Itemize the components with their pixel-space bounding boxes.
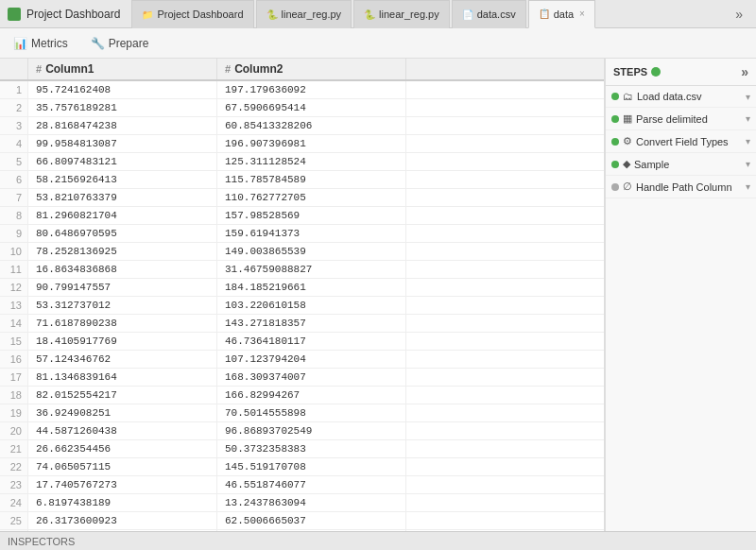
table-row: 658.2156926413115.785784589 <box>0 171 604 189</box>
cell-col1[interactable]: 99.9584813087 <box>28 135 217 152</box>
cell-col2[interactable]: 103.220610158 <box>217 297 406 314</box>
row-number: 16 <box>0 351 28 368</box>
step-icon-0: 🗂 <box>623 91 633 102</box>
step-arrow-4[interactable]: ▾ <box>746 181 750 192</box>
tab-label-tab-lr1: linear_reg.py <box>282 9 342 20</box>
cell-col2[interactable]: 143.271818357 <box>217 315 406 332</box>
step-item-0[interactable]: 🗂Load data.csv▾ <box>606 86 756 108</box>
table-row: 566.8097483121125.311128524 <box>0 153 604 171</box>
cell-col2[interactable]: 96.86893702549 <box>217 422 406 439</box>
step-status-2 <box>611 138 619 146</box>
table-header: # Column1 # Column2 <box>0 59 604 81</box>
tab-icon-tab-proj: 📁 <box>142 9 153 20</box>
prepare-icon: 🔧 <box>91 37 105 50</box>
tab-tab-lr2[interactable]: 🐍linear_reg.py <box>353 0 450 28</box>
cell-col1[interactable]: 26.662354456 <box>28 440 217 457</box>
cell-col1[interactable]: 82.8041190512 <box>28 530 217 531</box>
step-icon-2: ⚙ <box>623 135 632 147</box>
step-item-4[interactable]: ∅Handle Path Column▾ <box>606 176 756 198</box>
cell-col2[interactable]: 60.85413328206 <box>217 117 406 134</box>
cell-col1[interactable]: 82.0152554217 <box>28 387 217 404</box>
cell-col1[interactable]: 58.2156926413 <box>28 171 217 188</box>
cell-col2[interactable]: 107.123794204 <box>217 351 406 368</box>
steps-expand-button[interactable]: » <box>741 64 748 79</box>
step-item-1[interactable]: ▦Parse delimited▾ <box>606 108 756 130</box>
row-number: 19 <box>0 404 28 421</box>
cell-col1[interactable]: 53.312737012 <box>28 297 217 314</box>
step-arrow-3[interactable]: ▾ <box>746 159 750 169</box>
cell-col2[interactable]: 125.311128524 <box>217 153 406 170</box>
cell-col2[interactable]: 166.82994267 <box>217 387 406 404</box>
cell-col1[interactable]: 78.2528136925 <box>28 243 217 260</box>
cell-col2[interactable]: 31.46759088827 <box>217 261 406 278</box>
cell-col2[interactable]: 46.7364180117 <box>217 333 406 350</box>
tab-tab-proj[interactable]: 📁Project Dashboard <box>131 0 253 28</box>
cell-col2[interactable]: 157.98528569 <box>217 207 406 224</box>
cell-col2[interactable]: 67.5906695414 <box>217 99 406 116</box>
cell-col1[interactable]: 74.065057115 <box>28 458 217 475</box>
cell-col1[interactable]: 26.3173600923 <box>28 512 217 529</box>
cell-col2[interactable]: 196.907396981 <box>217 135 406 152</box>
tab-tab-lr1[interactable]: 🐍linear_reg.py <box>256 0 352 28</box>
cell-col2[interactable]: 149.003865539 <box>217 243 406 260</box>
cell-col2[interactable]: 197.179636092 <box>217 81 406 98</box>
cell-col1[interactable]: 95.724162408 <box>28 81 217 98</box>
cell-col1[interactable]: 53.8210763379 <box>28 189 217 206</box>
cell-col1[interactable]: 36.924908251 <box>28 404 217 421</box>
cell-col1[interactable]: 81.2960821704 <box>28 207 217 224</box>
tab-tab-csv[interactable]: 📄data.csv <box>452 0 526 28</box>
cell-col2[interactable]: 159.916649576 <box>217 530 406 531</box>
cell-col1[interactable]: 6.8197438189 <box>28 494 217 511</box>
cell-col1[interactable]: 90.799147557 <box>28 279 217 296</box>
cell-col1[interactable]: 17.7405767273 <box>28 476 217 493</box>
cell-col2[interactable]: 115.785784589 <box>217 171 406 188</box>
cell-col2[interactable]: 168.309374007 <box>217 369 406 386</box>
table-row: 2274.065057115145.519170708 <box>0 458 604 476</box>
table-area: # Column1 # Column2 195.724162408197.179… <box>0 59 605 531</box>
cell-col2[interactable]: 145.519170708 <box>217 458 406 475</box>
collapse-button[interactable]: » <box>730 7 748 22</box>
step-item-3[interactable]: ◆Sample▾ <box>606 153 756 176</box>
tab-icon-tab-lr1: 🐍 <box>266 9 278 20</box>
cell-col2[interactable]: 50.3732358383 <box>217 440 406 457</box>
cell-col2[interactable]: 70.5014555898 <box>217 404 406 421</box>
row-number: 10 <box>0 243 28 260</box>
status-label: INSPECTORS <box>8 536 75 547</box>
cell-col1[interactable]: 18.4105917769 <box>28 333 217 350</box>
step-arrow-2[interactable]: ▾ <box>746 136 750 146</box>
row-num-header <box>0 59 28 79</box>
cell-col1[interactable]: 81.1346839164 <box>28 369 217 386</box>
tab-tab-data[interactable]: 📋data× <box>528 0 595 28</box>
col2-hash-icon: # <box>225 63 231 75</box>
column2-header: # Column2 <box>217 59 406 79</box>
cell-col2[interactable]: 159.61941373 <box>217 225 406 242</box>
step-icon-3: ◆ <box>623 158 630 170</box>
row-number: 12 <box>0 279 28 296</box>
cell-col1[interactable]: 57.124346762 <box>28 351 217 368</box>
cell-col1[interactable]: 35.7576189281 <box>28 99 217 116</box>
step-label-3: Sample <box>634 159 742 170</box>
metrics-button[interactable]: 📊 Metrics <box>9 35 72 52</box>
cell-col2[interactable]: 62.5006665037 <box>217 512 406 529</box>
step-arrow-0[interactable]: ▾ <box>746 92 750 102</box>
status-bar: INSPECTORS <box>0 531 756 550</box>
cell-col1[interactable]: 66.8097483121 <box>28 153 217 170</box>
cell-col1[interactable]: 80.6486970595 <box>28 225 217 242</box>
cell-col2[interactable]: 13.2437863094 <box>217 494 406 511</box>
tab-icon-tab-data: 📋 <box>539 9 550 19</box>
prepare-button[interactable]: 🔧 Prepare <box>87 35 153 52</box>
cell-col2[interactable]: 46.5518746077 <box>217 476 406 493</box>
tab-close-tab-data[interactable]: × <box>579 9 585 19</box>
cell-col2[interactable]: 110.762772705 <box>217 189 406 206</box>
step-item-2[interactable]: ⚙Convert Field Types▾ <box>606 130 756 153</box>
cell-col2[interactable]: 184.185219661 <box>217 279 406 296</box>
row-number: 14 <box>0 315 28 332</box>
table-row: 2044.587126043896.86893702549 <box>0 422 604 440</box>
table-scroll[interactable]: 195.724162408197.179636092235.7576189281… <box>0 81 604 531</box>
step-arrow-1[interactable]: ▾ <box>746 113 750 124</box>
cell-col1[interactable]: 28.8168474238 <box>28 117 217 134</box>
tab-icon-tab-csv: 📄 <box>462 9 473 20</box>
cell-col1[interactable]: 44.5871260438 <box>28 422 217 439</box>
cell-col1[interactable]: 16.8634836868 <box>28 261 217 278</box>
cell-col1[interactable]: 71.6187890238 <box>28 315 217 332</box>
